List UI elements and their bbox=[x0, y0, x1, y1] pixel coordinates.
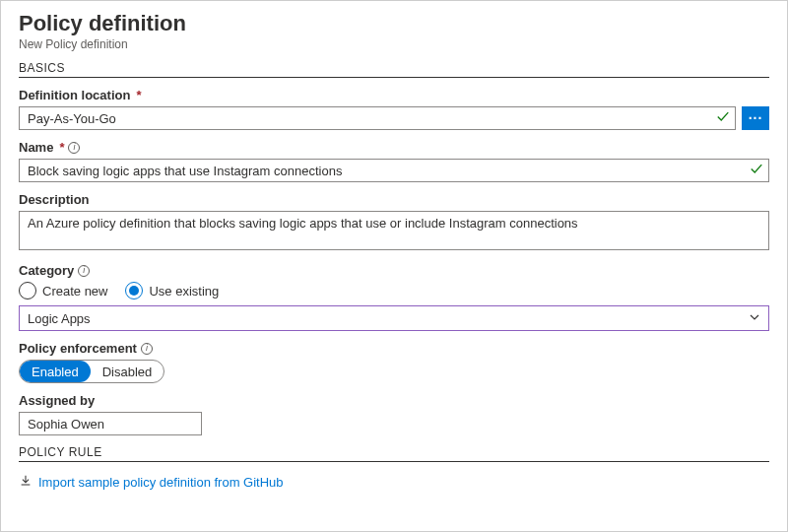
import-github-link[interactable]: Import sample policy definition from Git… bbox=[19, 474, 284, 491]
download-icon bbox=[19, 474, 33, 491]
radio-create-new[interactable]: Create new bbox=[19, 282, 107, 299]
label-text: Assigned by bbox=[19, 393, 95, 408]
page-subtitle: New Policy definition bbox=[19, 37, 769, 51]
label-definition-location: Definition location * bbox=[19, 88, 769, 102]
section-basics: BASICS bbox=[19, 61, 769, 78]
chevron-down-icon bbox=[749, 311, 760, 326]
section-policy-rule: POLICY RULE bbox=[19, 445, 769, 462]
required-asterisk: * bbox=[136, 88, 141, 102]
policy-definition-panel: Policy definition New Policy definition … bbox=[0, 0, 788, 532]
info-icon[interactable]: i bbox=[78, 265, 90, 277]
required-asterisk: * bbox=[59, 140, 64, 155]
label-text: Category bbox=[19, 263, 74, 278]
select-value: Logic Apps bbox=[28, 311, 91, 326]
radio-label: Use existing bbox=[149, 284, 219, 299]
radio-icon bbox=[125, 282, 143, 299]
label-category: Category i bbox=[19, 263, 769, 278]
field-policy-enforcement: Policy enforcement i Enabled Disabled bbox=[19, 341, 769, 383]
policy-enforcement-toggle[interactable]: Enabled Disabled bbox=[19, 360, 164, 383]
info-icon[interactable]: i bbox=[68, 142, 80, 154]
ellipsis-icon: ··· bbox=[749, 110, 763, 126]
label-name: Name * i bbox=[19, 140, 769, 155]
radio-use-existing[interactable]: Use existing bbox=[125, 282, 219, 299]
description-textarea[interactable] bbox=[19, 211, 769, 250]
label-text: Policy enforcement bbox=[19, 341, 137, 356]
radio-label: Create new bbox=[42, 284, 107, 299]
label-assigned-by: Assigned by bbox=[19, 393, 769, 408]
import-link-text: Import sample policy definition from Git… bbox=[38, 475, 284, 490]
field-category: Category i Create new Use existing Logic… bbox=[19, 263, 769, 331]
label-text: Definition location bbox=[19, 88, 130, 102]
page-title: Policy definition bbox=[19, 11, 769, 36]
field-assigned-by: Assigned by bbox=[19, 393, 769, 435]
category-select[interactable]: Logic Apps bbox=[19, 305, 769, 331]
toggle-enabled[interactable]: Enabled bbox=[20, 361, 91, 382]
label-text: Description bbox=[19, 192, 90, 207]
radio-icon bbox=[19, 282, 36, 299]
field-name: Name * i bbox=[19, 140, 769, 182]
browse-location-button[interactable]: ··· bbox=[742, 106, 769, 130]
info-icon[interactable]: i bbox=[141, 343, 153, 355]
field-description: Description bbox=[19, 192, 769, 253]
field-definition-location: Definition location * ··· bbox=[19, 88, 769, 130]
name-input[interactable] bbox=[19, 159, 769, 182]
label-text: Name bbox=[19, 140, 53, 155]
toggle-disabled[interactable]: Disabled bbox=[91, 361, 164, 382]
label-policy-enforcement: Policy enforcement i bbox=[19, 341, 769, 356]
definition-location-input[interactable] bbox=[19, 106, 736, 130]
assigned-by-input[interactable] bbox=[19, 412, 202, 435]
label-description: Description bbox=[19, 192, 769, 207]
